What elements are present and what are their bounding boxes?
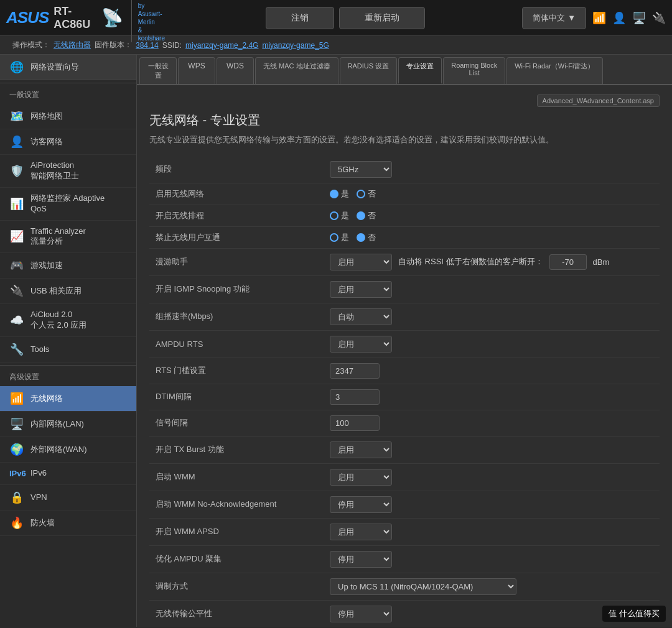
setting-label: 漫游助手 [149, 248, 324, 275]
isolate-yes[interactable]: 是 [330, 232, 349, 243]
sidebar-item-guest[interactable]: 👤 访客网络 [0, 129, 136, 155]
wifi-icon: 📶 [592, 11, 606, 25]
setting-label: 组播速率(Mbps) [149, 303, 324, 330]
lang-label: 简体中文 [533, 12, 565, 24]
txburst-select[interactable]: 启用停用 [330, 441, 392, 458]
wifi-enable-no[interactable]: 否 [357, 188, 376, 200]
setting-label: 调制方式 [149, 573, 324, 600]
sidebar-label-wizard: 网络设置向导 [30, 62, 79, 73]
sidebar-item-game[interactable]: 🎮 游戏加速 [0, 253, 136, 279]
setting-control: 启用停用 [324, 518, 660, 545]
topbar: ASUS RT-AC86U 📡 Powered by Asuswrt-Merli… [0, 0, 672, 36]
table-row: 优化 AMPDU 聚集 停用启用 [149, 545, 660, 573]
rts-threshold-input[interactable] [330, 363, 380, 379]
ampdu-rts-select[interactable]: 启用停用 [330, 336, 392, 353]
sidebar-item-aiprotection[interactable]: 🛡️ AiProtection智能网络卫士 [0, 155, 136, 188]
setting-control: 是 否 [324, 205, 660, 226]
sidebar-label-wan: 外部网络(WAN) [30, 445, 87, 455]
tab-wds[interactable]: WDS [217, 57, 254, 84]
sidebar-item-usb[interactable]: 🔌 USB 相关应用 [0, 279, 136, 304]
sidebar-item-wireless[interactable]: 📶 无线网络 [0, 386, 136, 412]
setting-control [324, 358, 660, 384]
setting-label: 频段 [149, 156, 324, 183]
multicast-select[interactable]: 自动 [330, 308, 392, 325]
table-row: 组播速率(Mbps) 自动 [149, 303, 660, 330]
dtim-input[interactable] [330, 389, 380, 405]
tab-roaming[interactable]: Roaming BlockList [443, 57, 505, 84]
top-nav: 注销 重新启动 [168, 7, 522, 29]
ampdu-agg-select[interactable]: 停用启用 [330, 551, 392, 568]
table-row: 漫游助手 启用 停用 自动将 RSSI 低于右侧数值的客户断开： dBm [149, 248, 660, 275]
table-row: 启动 WMM No-Acknowledgement 停用启用 [149, 491, 660, 518]
roaming-desc: 自动将 RSSI 低于右侧数值的客户断开： [398, 256, 543, 267]
table-row: 启用无线网络 是 否 [149, 183, 660, 205]
sidebar-label-aicloud: AiCloud 2.0个人云 2.0 应用 [30, 310, 86, 331]
sidebar-item-tools[interactable]: 🔧 Tools [0, 337, 136, 362]
radio-dot-yes [330, 190, 338, 198]
frequency-select[interactable]: 5GHz 2.4GHz [330, 161, 392, 178]
sidebar-item-aicloud[interactable]: ☁️ AiCloud 2.0个人云 2.0 应用 [0, 304, 136, 337]
sidebar-label-usb: USB 相关应用 [30, 286, 82, 297]
modulation-select[interactable]: Up to MCS 11 (NitroQAM/1024-QAM) [330, 578, 516, 595]
rssi-input[interactable] [549, 254, 587, 270]
schedule-yes[interactable]: 是 [330, 210, 349, 221]
netmap-icon: 🗺️ [9, 109, 24, 123]
sidebar-item-wan[interactable]: 🌍 外部网络(WAN) [0, 437, 136, 463]
beacon-interval-input[interactable] [330, 415, 380, 431]
logout-button[interactable]: 注销 [266, 7, 334, 29]
firmware-value[interactable]: 384.14 [136, 41, 159, 50]
tab-radius[interactable]: RADIUS 设置 [340, 57, 398, 84]
tab-professional[interactable]: 专业设置 [398, 57, 442, 84]
igmp-select[interactable]: 启用停用 [330, 281, 392, 298]
sidebar-label-firewall: 防火墙 [30, 518, 55, 529]
sidebar-item-ipv6[interactable]: IPv6 IPv6 [0, 463, 136, 485]
airtime-select[interactable]: 停用启用 [330, 606, 392, 622]
vpn-icon: 🔒 [9, 491, 24, 504]
sidebar-label-netmap: 网络地图 [30, 111, 63, 122]
tab-wps[interactable]: WPS [178, 57, 215, 84]
traffic-icon: 📈 [9, 229, 24, 243]
sidebar-item-lan[interactable]: 🖥️ 内部网络(LAN) [0, 412, 136, 437]
wifi-enable-yes[interactable]: 是 [330, 188, 349, 200]
sidebar-label-qos: 网络监控家 AdaptiveQoS [30, 193, 105, 215]
table-row: AMPDU RTS 启用停用 [149, 330, 660, 358]
sidebar-item-traffic[interactable]: 📈 Traffic Analyzer流量分析 [0, 221, 136, 254]
ssid1[interactable]: miyanzqy-game_2.4G [185, 41, 258, 50]
tab-mac[interactable]: 无线 MAC 地址过滤器 [255, 57, 338, 84]
table-row: DTIM间隔 [149, 384, 660, 410]
radio-dot [330, 211, 338, 220]
setting-label: 开启 WMM APSD [149, 518, 324, 545]
sidebar-item-vpn[interactable]: 🔒 VPN [0, 485, 136, 510]
sidebar-section2: 高级设置 [0, 365, 136, 386]
sidebar-item-qos[interactable]: 📊 网络监控家 AdaptiveQoS [0, 188, 136, 221]
isolate-no[interactable]: 否 [357, 232, 376, 243]
wmm-noack-select[interactable]: 停用启用 [330, 496, 392, 513]
asus-logo: ASUS [6, 8, 49, 27]
setting-control: 启用停用 [324, 463, 660, 491]
setting-control: 是 否 [324, 226, 660, 248]
table-row: 无线传输公平性 停用启用 [149, 600, 660, 627]
sidebar-item-firewall[interactable]: 🔥 防火墙 [0, 510, 136, 536]
main-layout: 🌐 网络设置向导 一般设置 🗺️ 网络地图 👤 访客网络 🛡️ AiProtec… [0, 55, 672, 627]
sidebar-label-wireless: 无线网络 [30, 394, 63, 404]
schedule-no[interactable]: 否 [357, 210, 376, 221]
setting-label: 无线传输公平性 [149, 600, 324, 627]
ssid2[interactable]: miyanzqy-game_5G [262, 41, 329, 50]
ipv6-icon: IPv6 [9, 469, 24, 478]
sidebar-section1: 一般设置 [0, 83, 136, 104]
wmm-apsd-select[interactable]: 启用停用 [330, 524, 392, 540]
roaming-select[interactable]: 启用 停用 [330, 254, 392, 270]
setting-label: 优化 AMPDU 聚集 [149, 545, 324, 573]
radio-label-no: 否 [368, 188, 376, 200]
sidebar-label-traffic: Traffic Analyzer流量分析 [30, 226, 86, 247]
sidebar-item-netmap[interactable]: 🗺️ 网络地图 [0, 104, 136, 129]
tab-wifiradar[interactable]: Wi-Fi Radar（Wi-Fi雷达） [506, 57, 602, 84]
isolate-radio: 是 否 [330, 232, 653, 243]
lang-button[interactable]: 简体中文 ▼ [522, 7, 586, 29]
mode-value[interactable]: 无线路由器 [54, 40, 91, 50]
setting-label: 开启无线排程 [149, 205, 324, 226]
reboot-button[interactable]: 重新启动 [339, 7, 425, 29]
wmm-select[interactable]: 启用停用 [330, 469, 392, 486]
tab-general[interactable]: 一般设置 [139, 57, 177, 84]
sidebar-item-wizard[interactable]: 🌐 网络设置向导 [0, 55, 136, 80]
